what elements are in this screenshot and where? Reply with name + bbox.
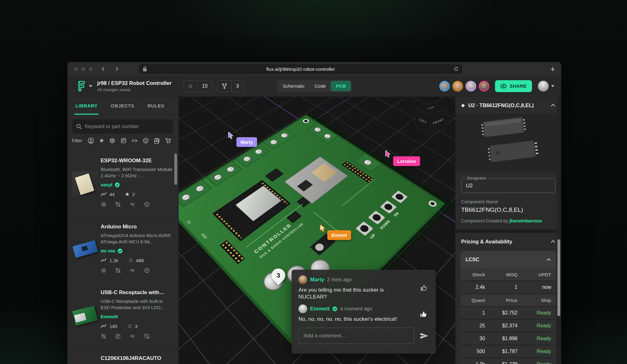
cursor-marty-icon xyxy=(227,132,234,139)
comment: Marty 2 mins ago Are you telling me that… xyxy=(298,275,429,301)
send-comment-button[interactable] xyxy=(419,332,429,340)
sidebar-tab-library[interactable]: LIBRARY xyxy=(76,97,97,115)
verified-icon xyxy=(118,248,123,253)
component-author-link[interactable]: mr-mo xyxy=(101,248,115,253)
filter-datasheet-icon[interactable] xyxy=(154,138,160,144)
tab-code[interactable]: Code xyxy=(310,81,331,91)
vendor-header[interactable]: LCSC xyxy=(461,251,556,268)
collapse-chevron-icon[interactable] xyxy=(551,240,556,243)
new-tab-button[interactable]: + xyxy=(550,65,555,73)
comment-author[interactable]: Marty xyxy=(310,277,324,283)
url-bar[interactable]: flux.ai/jr98/esp32-robot-controller xyxy=(139,64,462,74)
component-section-header[interactable]: ◆ U2 · TB6612FNG(O,C,8,EL) xyxy=(456,97,561,114)
sidebar-scrollbar-thumb[interactable] xyxy=(174,153,177,185)
user-menu-caret-icon[interactable] xyxy=(551,85,554,87)
library-search[interactable] xyxy=(72,119,173,134)
window-minimize-button[interactable] xyxy=(81,67,85,71)
user-avatar[interactable] xyxy=(538,81,549,92)
view-cube[interactable]: TOP LEFT FRONT xyxy=(420,104,442,126)
created-by-link[interactable]: jharwinbarrozo xyxy=(509,218,542,223)
comment-input[interactable] xyxy=(298,328,414,344)
flux-logo-menu[interactable] xyxy=(75,80,92,92)
filter-star-icon[interactable]: ★ xyxy=(99,137,104,144)
stock-row: 2.4k1now xyxy=(461,281,556,294)
library-item[interactable]: USB-C Receptacle with… USB-C Receptacle … xyxy=(67,283,178,349)
cursor-label-emmet: Emmet xyxy=(327,230,351,240)
price-row: 25$2.374Ready xyxy=(461,320,556,333)
vendor-card-lcsc: LCSC StockMOQUPDT 2.4k1now QuantPriceShi… xyxy=(461,251,556,364)
fork-icon[interactable] xyxy=(218,81,231,92)
component-author-link[interactable]: vasyl xyxy=(101,182,113,187)
window-scrollbar[interactable] xyxy=(556,97,561,364)
verified-icon xyxy=(115,182,120,187)
ic-chip xyxy=(287,211,302,223)
tab-schematic[interactable]: Schematic xyxy=(278,81,310,91)
vendor-name: LCSC xyxy=(466,257,479,263)
cursor-emmet-icon xyxy=(319,225,326,232)
back-button[interactable] xyxy=(101,66,106,71)
library-sidebar: LIBRARY OBJECTS RULES Filter ★ <> xyxy=(67,97,179,364)
collaborator-avatar[interactable] xyxy=(479,81,489,91)
collaborator-avatar[interactable] xyxy=(466,81,476,91)
wires-unavailable-icon xyxy=(129,333,135,339)
library-list: ESP32-WROOM-32E Bluetooth, WiFi Transcei… xyxy=(67,152,178,364)
component-description: ATmega32U4 Arduino Micro AVR® ATmega AVR… xyxy=(101,233,173,245)
designator-input[interactable] xyxy=(466,183,551,189)
like-button-active[interactable] xyxy=(419,310,428,318)
button xyxy=(391,190,408,203)
collaborator-avatar[interactable] xyxy=(452,81,463,91)
pricing-section-header[interactable]: Pricing & Availability xyxy=(456,233,561,250)
search-input[interactable] xyxy=(85,124,170,129)
terminal-block xyxy=(179,179,212,207)
usage-trend-icon xyxy=(101,258,107,263)
tab-pcb[interactable]: PCB xyxy=(331,81,351,91)
comment-pin[interactable]: 3 xyxy=(269,266,288,285)
comment-author[interactable]: Emmett xyxy=(310,306,329,312)
component-author-link[interactable]: Emmett xyxy=(101,314,118,319)
window-maximize-button[interactable] xyxy=(89,67,93,71)
window-scrollbar-thumb[interactable] xyxy=(557,239,560,316)
library-item[interactable]: Arduino Micro ATmega32U4 Arduino Micro A… xyxy=(67,218,178,283)
filter-module-icon[interactable] xyxy=(120,138,127,144)
designator-field[interactable]: Designator xyxy=(461,178,556,193)
reload-button[interactable] xyxy=(454,66,459,71)
component-description: Bluetooth, WiFi Transceiver Module 2.4GH… xyxy=(101,167,173,179)
window-controls[interactable] xyxy=(74,67,93,71)
collapse-chevron-icon[interactable] xyxy=(546,258,551,261)
button-down xyxy=(368,211,385,225)
collapse-chevron-icon[interactable] xyxy=(551,104,556,107)
chip-available-icon xyxy=(101,201,107,207)
star-icon: ★ xyxy=(125,191,130,198)
usage-count: 44 xyxy=(109,192,115,197)
star-icon[interactable]: ☆ xyxy=(184,81,197,92)
share-button[interactable]: SHARE xyxy=(495,80,532,92)
sidebar-tab-objects[interactable]: OBJECTS xyxy=(111,97,134,115)
component-name-label: Component Name xyxy=(461,199,556,204)
chip-available-icon xyxy=(101,268,107,273)
component-title: U2 · TB6612FNG(O,C,8,EL) xyxy=(468,102,534,108)
price-row: 500$1.787Ready xyxy=(461,346,556,358)
wires-unavailable-icon xyxy=(129,268,135,273)
cursor-lorraine-icon xyxy=(384,150,391,158)
comment: Emmett a moment ago No, no, no, no, no, … xyxy=(298,304,429,323)
sidebar-tab-rules[interactable]: RULES xyxy=(147,97,164,115)
collaborator-avatar[interactable] xyxy=(439,81,450,91)
star-pill[interactable]: ☆ 10 xyxy=(183,80,212,92)
flux-logo-icon xyxy=(75,80,87,92)
pcb-3d-canvas[interactable]: ON UP DOWN OK CONTROLLER OUS & RADIO CON… xyxy=(179,97,455,364)
library-item[interactable]: ESP32-WROOM-32E Bluetooth, WiFi Transcei… xyxy=(67,152,178,218)
filter-chip-icon[interactable] xyxy=(109,138,115,144)
browser-window: flux.ai/jr98/esp32-robot-controller + jr… xyxy=(67,62,561,364)
filter-code-icon[interactable]: <> xyxy=(132,138,138,143)
fork-pill[interactable]: 3 xyxy=(217,80,244,92)
terminal-block xyxy=(263,128,295,149)
like-button[interactable] xyxy=(420,284,428,292)
filter-cart-icon[interactable] xyxy=(165,138,171,144)
library-item[interactable]: C1206X106J4RACAUTO ±5% 10µF 16V Ceramic xyxy=(67,349,178,364)
forward-button[interactable] xyxy=(114,66,119,71)
filter-3d-icon[interactable] xyxy=(143,138,149,144)
filter-user-icon[interactable] xyxy=(88,138,94,144)
window-close-button[interactable] xyxy=(74,67,78,71)
eye-icon xyxy=(500,84,507,88)
created-by: Component Created by jharwinbarrozo xyxy=(461,218,556,223)
